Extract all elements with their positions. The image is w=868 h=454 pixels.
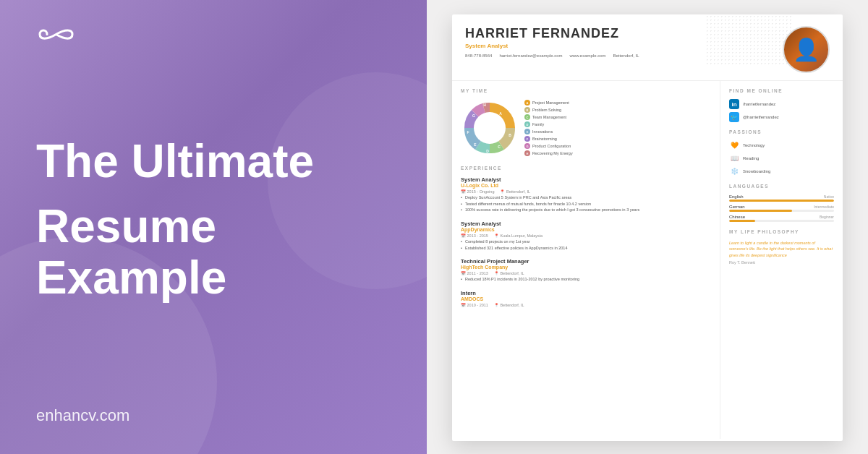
exp-loc-4: 📍 Bettendorf, IL — [494, 303, 524, 307]
my-time-section: A B C D E F G H A Project Management — [461, 99, 711, 157]
left-text-area: The Ultimate Resume Example — [36, 47, 391, 406]
legend-item-h: H Recovering My Energy — [524, 150, 711, 156]
language-english: English Native — [729, 194, 834, 202]
exp-item-1: System Analyst U-Logix Co. Ltd 📅 2015 - … — [461, 176, 711, 213]
exp-meta-3: 📅 2011 - 2013 📍 Bettendorf, IL — [461, 271, 711, 275]
dot-pattern-decoration — [705, 14, 792, 65]
experience-section-title: EXPERIENCE — [461, 166, 711, 171]
exp-bullet-2a: Completed 8 projects on my 1st year — [461, 239, 711, 245]
exp-item-4: Intern AMDOCS 📅 2010 - 2011 📍 Bettendorf… — [461, 290, 711, 307]
find-me-online-title: FIND ME ONLINE — [729, 88, 834, 93]
svg-text:B: B — [509, 133, 511, 137]
languages-title: LANGUAGES — [729, 184, 834, 189]
technology-icon: 🧡 — [729, 140, 739, 150]
avatar — [783, 26, 830, 73]
exp-company-2: AppDynamics — [461, 227, 711, 232]
language-english-bar-bg — [729, 200, 834, 202]
svg-point-1 — [474, 112, 506, 144]
language-chinese-level: Beginner — [820, 215, 834, 219]
legend-dot-h: H — [524, 150, 530, 156]
legend-item-f: F Brainstorming — [524, 136, 711, 142]
philosophy-section: MY LIFE PHILOSOPHY Learn to light a cand… — [729, 229, 834, 265]
exp-role-3: Technical Project Manager — [461, 258, 711, 265]
svg-text:G: G — [472, 113, 475, 118]
legend-label-h: Recovering My Energy — [532, 151, 573, 155]
legend-dot-a: A — [524, 100, 530, 106]
passion-snowboarding-label: Snowboarding — [743, 169, 770, 174]
philosophy-text: Learn to light a candle in the darkest m… — [729, 240, 834, 258]
email: harriet.fernandez@example.com — [499, 53, 562, 58]
exp-bullet-2b: Established 321 effective policies in Ap… — [461, 246, 711, 252]
language-chinese-bar-bg — [729, 220, 834, 222]
exp-date-4: 📅 2010 - 2011 — [461, 303, 488, 307]
svg-text:F: F — [467, 130, 469, 134]
legend-item-b: B Problem Solving — [524, 107, 711, 113]
exp-bullet-3a: Reduced 18% P1 incidents in 2011-2012 by… — [461, 277, 711, 283]
exp-loc-2: 📍 Kuala Lumpur, Malaysia — [494, 234, 542, 238]
right-panel: HARRIET FERNANDEZ System Analyst 848-778… — [427, 0, 868, 454]
reading-icon: 📖 — [729, 153, 739, 163]
philosophy-author: Roy T. Bennett — [729, 260, 834, 265]
time-legend: A Project Management B Problem Solving C… — [524, 99, 711, 157]
language-german-name: German Intermediate — [729, 205, 834, 209]
exp-role-2: System Analyst — [461, 220, 711, 227]
legend-label-c: Team Management — [532, 115, 566, 119]
passions-section: PASSIONS 🧡 Technology 📖 Reading ❄️ Snowb… — [729, 129, 834, 176]
language-chinese-name: Chinese Beginner — [729, 215, 834, 219]
location: Bettendorf, IL — [613, 53, 639, 58]
exp-meta-4: 📅 2010 - 2011 📍 Bettendorf, IL — [461, 303, 711, 307]
exp-meta-1: 📅 2015 - Ongoing 📍 Bettendorf, IL — [461, 189, 711, 194]
linkedin-handle: /harrietfernandez — [743, 102, 775, 106]
exp-date-1: 📅 2015 - Ongoing — [461, 189, 494, 194]
legend-label-a: Project Management — [532, 100, 569, 105]
language-english-level: Native — [824, 194, 834, 199]
language-german-bar — [729, 210, 792, 212]
legend-dot-d: D — [524, 121, 530, 127]
exp-date-3: 📅 2011 - 2013 — [461, 271, 488, 275]
exp-company-1: U-Logix Co. Ltd — [461, 183, 711, 188]
donut-chart: A B C D E F G H — [461, 99, 519, 157]
passion-reading-label: Reading — [743, 156, 759, 160]
language-german: German Intermediate — [729, 205, 834, 212]
linkedin-item: in /harrietfernandez — [729, 99, 834, 109]
legend-label-g: Product Configuration — [532, 144, 571, 148]
left-panel: The Ultimate Resume Example enhancv.com — [0, 0, 427, 454]
site-url: enhancv.com — [36, 406, 391, 432]
legend-label-b: Problem Solving — [532, 108, 561, 112]
resume-sidebar: FIND ME ONLINE in /harrietfernandez 🐦 @h… — [720, 81, 843, 439]
exp-role-4: Intern — [461, 290, 711, 296]
legend-label-d: Family — [532, 122, 544, 127]
legend-dot-f: F — [524, 136, 530, 142]
snowboarding-icon: ❄️ — [729, 166, 739, 176]
language-english-name: English Native — [729, 194, 834, 199]
legend-item-e: E Innovations — [524, 129, 711, 134]
exp-role-1: System Analyst — [461, 176, 711, 183]
legend-item-a: A Project Management — [524, 100, 711, 106]
exp-bullet-1c: 100% success rate in delivering the proj… — [461, 207, 711, 213]
exp-company-4: AMDOCS — [461, 296, 711, 301]
headline-line1: The Ultimate — [36, 136, 391, 187]
legend-item-c: C Team Management — [524, 114, 711, 120]
exp-loc-3: 📍 Bettendorf, IL — [494, 271, 524, 275]
passions-title: PASSIONS — [729, 129, 834, 134]
philosophy-title: MY LIFE PHILOSOPHY — [729, 229, 834, 234]
passion-technology: 🧡 Technology — [729, 140, 834, 150]
legend-label-e: Innovations — [532, 129, 553, 134]
phone: 848-778-8564 — [465, 53, 492, 58]
linkedin-icon: in — [729, 99, 739, 109]
svg-text:A: A — [499, 111, 502, 116]
passion-snowboarding: ❄️ Snowboarding — [729, 166, 834, 176]
logo — [36, 22, 391, 47]
headline-line2: Resume Example — [36, 201, 391, 303]
twitter-item: 🐦 @harrietfernandez — [729, 112, 834, 122]
legend-label-f: Brainstorming — [532, 137, 557, 141]
svg-text:C: C — [498, 145, 501, 149]
languages-section: LANGUAGES English Native German — [729, 184, 834, 222]
exp-company-3: HighTech Company — [461, 265, 711, 270]
exp-loc-1: 📍 Bettendorf, IL — [500, 189, 530, 194]
exp-meta-2: 📅 2013 - 2015 📍 Kuala Lumpur, Malaysia — [461, 234, 711, 238]
legend-dot-g: G — [524, 143, 530, 149]
enhancv-logo-icon — [36, 22, 76, 47]
passion-technology-label: Technology — [743, 143, 765, 147]
resume-body: MY TIME — [452, 81, 843, 439]
